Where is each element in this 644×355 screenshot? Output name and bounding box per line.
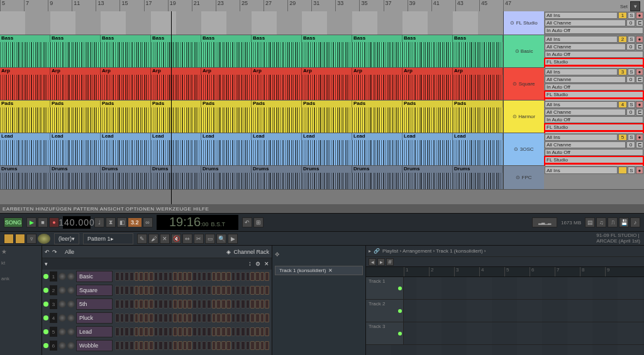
step-button[interactable] [236, 300, 240, 309]
step-button[interactable] [169, 327, 173, 336]
input-type[interactable]: All Ins [545, 12, 618, 19]
step-button[interactable] [154, 272, 158, 281]
step-button[interactable] [221, 314, 226, 322]
step-button[interactable] [120, 341, 125, 350]
channel-vol-knob[interactable] [67, 342, 75, 349]
step-button[interactable] [144, 300, 148, 309]
step-button[interactable] [246, 272, 250, 281]
track-header[interactable]: ⊙ Square [503, 68, 544, 100]
step-button[interactable] [197, 286, 202, 295]
routing-slot[interactable]: FL Studio [545, 58, 643, 65]
play-button[interactable]: ▶ [26, 217, 36, 227]
step-button[interactable] [178, 314, 182, 322]
step-button[interactable] [231, 314, 236, 322]
clip-bass[interactable]: Bass [402, 35, 453, 67]
arm-button[interactable]: ● [636, 101, 643, 108]
step-button[interactable] [265, 300, 269, 309]
step-button[interactable] [202, 327, 206, 336]
step-button[interactable] [125, 314, 129, 322]
picker-clip[interactable]: Track 1 (konsolidiert)✕ [275, 266, 363, 275]
step-button[interactable] [183, 286, 187, 295]
step-button[interactable] [149, 300, 153, 309]
clip-pads[interactable]: Pads [252, 101, 302, 133]
step-button[interactable] [149, 327, 153, 336]
step-button[interactable] [241, 300, 245, 309]
clip-bass[interactable]: Bass [201, 35, 252, 67]
solo-button[interactable]: S [628, 68, 635, 75]
leer-dropdown[interactable]: (leer) ▾ [54, 233, 79, 244]
playlist-link-icon[interactable]: 🔗 [374, 248, 380, 254]
step-button[interactable] [130, 300, 134, 309]
clip-lead[interactable]: Lead [101, 133, 151, 165]
track-delay[interactable]: 0 [626, 76, 635, 83]
playlist-track-header[interactable]: Track 2 [366, 300, 404, 322]
tool-paint[interactable]: 🖌 [148, 234, 158, 244]
clip-lead[interactable]: Lead [151, 133, 201, 165]
fl-browser[interactable]: ★ kt ank [0, 246, 42, 355]
step-button[interactable] [260, 300, 265, 309]
step-button[interactable] [158, 300, 163, 309]
channel-pan-knob[interactable] [58, 287, 66, 294]
step-button[interactable] [212, 300, 216, 309]
step-button[interactable] [231, 327, 236, 336]
solo-button[interactable]: S [628, 167, 635, 174]
step-button[interactable] [158, 314, 163, 322]
clip-drums[interactable]: Drums [453, 166, 503, 189]
step-button[interactable] [236, 327, 240, 336]
step-button[interactable] [231, 272, 236, 281]
step-button[interactable] [226, 272, 231, 281]
channel-name-button[interactable]: Wobble [76, 340, 113, 351]
step-button[interactable] [221, 341, 226, 350]
set-menu-icon[interactable]: ▾ [630, 1, 640, 11]
clip-bass[interactable]: Bass [302, 35, 352, 67]
channel-pan-knob[interactable] [58, 328, 66, 336]
main-volume-knob[interactable] [38, 234, 50, 244]
step-button[interactable] [120, 272, 125, 281]
step-button[interactable] [120, 327, 125, 336]
step-button[interactable] [154, 327, 158, 336]
clip-lead[interactable]: Lead [201, 133, 252, 165]
channel-pan-knob[interactable] [58, 342, 66, 349]
view-playlist-button[interactable]: ▤ [585, 217, 595, 227]
channel-name-button[interactable]: Basic [76, 271, 113, 282]
step-button[interactable] [246, 286, 250, 295]
step-button[interactable] [130, 314, 134, 322]
step-button[interactable] [212, 327, 216, 336]
track-header[interactable]: ⊙ 3OSC [503, 133, 544, 165]
step-button[interactable] [125, 286, 129, 295]
clip-bass[interactable]: Bass [101, 35, 151, 67]
arm-button[interactable]: ● [636, 134, 643, 141]
step-button[interactable] [226, 300, 231, 309]
step-button[interactable] [207, 341, 211, 350]
clip-pads[interactable]: Pads [402, 101, 453, 133]
step-button[interactable] [173, 286, 177, 295]
playhead[interactable] [171, 11, 172, 204]
step-button[interactable] [221, 272, 226, 281]
step-button[interactable] [125, 272, 129, 281]
step-button[interactable] [241, 272, 245, 281]
step-button[interactable] [250, 300, 255, 309]
step-button[interactable] [192, 327, 197, 336]
step-button[interactable] [255, 327, 260, 336]
step-button[interactable] [260, 314, 265, 322]
clip-lead[interactable]: Lead [453, 133, 503, 165]
routing-slot[interactable]: FL Studio [545, 91, 643, 98]
step-button[interactable] [255, 300, 260, 309]
input-type[interactable]: All Ins [545, 68, 618, 75]
step-button[interactable] [250, 327, 255, 336]
step-button[interactable] [125, 341, 129, 350]
solo-button[interactable]: S [628, 101, 635, 108]
channel-name-button[interactable]: Lead [76, 326, 113, 337]
clip-pads[interactable]: Pads [50, 101, 101, 133]
step-button[interactable] [178, 341, 182, 350]
track-delay[interactable]: 0 [626, 43, 635, 50]
step-button[interactable] [183, 341, 187, 350]
step-button[interactable] [178, 272, 182, 281]
step-button[interactable] [169, 314, 173, 322]
step-button[interactable] [115, 286, 119, 295]
step-button[interactable] [260, 272, 265, 281]
clip-bass[interactable]: Bass [252, 35, 302, 67]
save-button[interactable]: 💾 [619, 217, 629, 227]
solo-button[interactable]: S [628, 134, 635, 141]
routing-slot[interactable]: In Auto Off [545, 51, 643, 58]
